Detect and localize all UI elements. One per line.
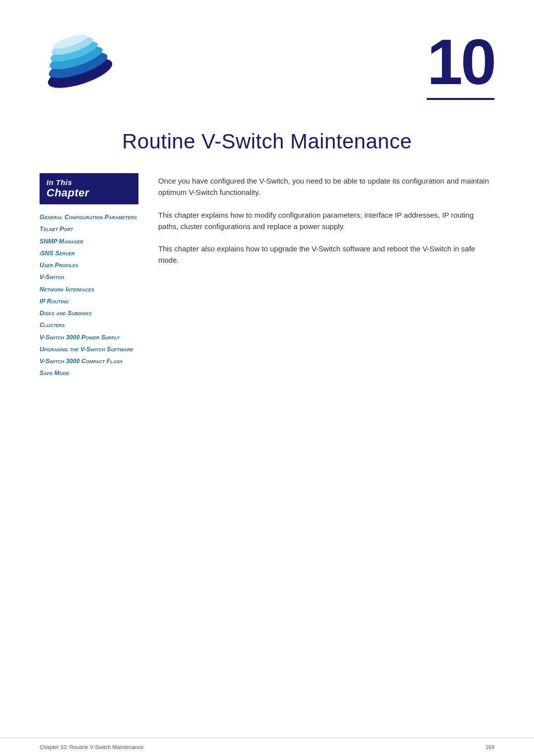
chapter-title: Routine V-Switch Maintenance (40, 130, 494, 153)
nav-upgrading[interactable]: Upgrading the V-Switch Software (40, 345, 138, 353)
list-item: Disks and Subdisks (40, 309, 138, 317)
nav-snmp-manager[interactable]: SNMP Manager (40, 237, 138, 245)
paragraph-3: This chapter also explains how to upgrad… (158, 243, 494, 266)
list-item: General Configuration Parameters (40, 213, 138, 221)
footer-chapter-label: Chapter 10: Routine V-Switch Maintenance (40, 744, 143, 750)
nav-general-config[interactable]: General Configuration Parameters (40, 213, 138, 221)
list-item: iSNS Server (40, 249, 138, 257)
header: 10 (0, 0, 534, 100)
list-item: Network Interfaces (40, 285, 138, 293)
paragraph-1: Once you have configured the V-Switch, y… (158, 175, 494, 198)
nav-disks-subdisks[interactable]: Disks and Subdisks (40, 309, 138, 317)
nav-user-profiles[interactable]: User Profiles (40, 261, 138, 269)
nav-vswitch[interactable]: V-Switch (40, 273, 138, 281)
list-item: V-Switch 3000 Power Supply (40, 333, 138, 341)
page: 10 Routine V-Switch Maintenance In This … (0, 0, 534, 756)
list-item: V-Switch 3000 Compact Flash (40, 357, 138, 365)
list-item: V-Switch (40, 273, 138, 281)
main-content: In This Chapter General Configuration Pa… (0, 173, 534, 381)
nav-isns-server[interactable]: iSNS Server (40, 249, 138, 257)
list-item: Upgrading the V-Switch Software (40, 345, 138, 353)
in-this-chapter-box: In This Chapter (40, 173, 138, 204)
nav-safe-mode[interactable]: Safe Mode (40, 369, 138, 377)
footer-page-number: 169 (486, 744, 494, 750)
chapter-number: 10 (427, 30, 494, 100)
nav-network-interfaces[interactable]: Network Interfaces (40, 285, 138, 293)
logo (40, 30, 129, 99)
nav-compact-flash[interactable]: V-Switch 3000 Compact Flash (40, 357, 138, 365)
nav-clusters[interactable]: Clusters (40, 321, 138, 329)
list-item: Safe Mode (40, 369, 138, 377)
list-item: Clusters (40, 321, 138, 329)
in-this-chapter-line2: Chapter (46, 187, 132, 199)
chapter-title-area: Routine V-Switch Maintenance (0, 100, 534, 173)
paragraph-2: This chapter explains how to modify conf… (158, 209, 494, 233)
list-item: SNMP Manager (40, 237, 138, 245)
footer: Chapter 10: Routine V-Switch Maintenance… (0, 738, 534, 756)
nav-telnet-port[interactable]: Telnet Port (40, 225, 138, 233)
sidebar-nav: General Configuration Parameters Telnet … (40, 213, 138, 378)
in-this-chapter-line1: In This (46, 178, 132, 187)
body-text: Once you have configured the V-Switch, y… (158, 173, 494, 381)
list-item: User Profiles (40, 261, 138, 269)
list-item: IP Routing (40, 297, 138, 305)
list-item: Telnet Port (40, 225, 138, 233)
sidebar: In This Chapter General Configuration Pa… (40, 173, 138, 381)
nav-power-supply[interactable]: V-Switch 3000 Power Supply (40, 333, 138, 341)
nav-ip-routing[interactable]: IP Routing (40, 297, 138, 305)
